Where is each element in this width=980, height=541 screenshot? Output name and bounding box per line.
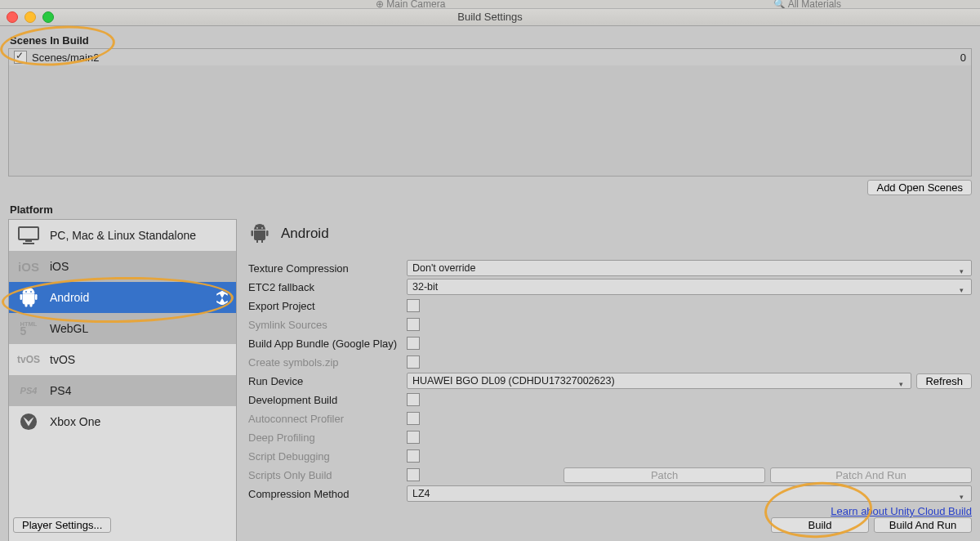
scene-checkbox[interactable] [14, 51, 27, 64]
platform-detail-header: Android [248, 219, 972, 260]
platform-label-text: WebGL [50, 322, 88, 335]
scene-row[interactable]: Scenes/main2 0 [9, 49, 971, 65]
svg-point-9 [261, 227, 263, 229]
development-build-label: Development Build [248, 394, 407, 406]
tvos-icon: tvOS [17, 348, 40, 371]
svg-rect-5 [20, 294, 23, 300]
scenes-list[interactable]: Scenes/main2 0 [8, 48, 972, 177]
texture-compression-label: Texture Compression [248, 262, 407, 275]
platform-xboxone[interactable]: Xbox One [9, 406, 236, 437]
etc2-fallback-label: ETC2 fallback [248, 281, 407, 293]
svg-rect-11 [266, 230, 269, 236]
texture-compression-select[interactable]: Don't override [407, 260, 972, 276]
patch-button: Patch [564, 467, 765, 483]
platform-detail-title: Android [281, 226, 329, 242]
symlink-sources-checkbox [407, 318, 420, 331]
unity-active-icon [215, 290, 229, 305]
platform-list: PC, Mac & Linux Standalone iOS iOS Andro… [8, 219, 237, 541]
window-close-icon[interactable] [7, 11, 18, 23]
platform-label-text: tvOS [50, 353, 75, 366]
run-device-select[interactable]: HUAWEI BGO DL09 (CDHDU17327002623) [407, 373, 911, 389]
scene-index: 0 [960, 51, 966, 64]
deep-profiling-checkbox [407, 431, 420, 444]
html5-icon: HTML5 [17, 317, 40, 340]
scripts-only-build-label: Scripts Only Build [248, 469, 407, 481]
platform-label-text: Android [50, 291, 89, 304]
build-app-bundle-checkbox[interactable] [407, 337, 420, 350]
create-symbols-label: Create symbols.zip [248, 356, 407, 369]
platform-label-text: PC, Mac & Linux Standalone [50, 229, 196, 242]
window-titlebar: Build Settings [0, 9, 980, 26]
add-open-scenes-button[interactable]: Add Open Scenes [867, 180, 972, 195]
autoconnect-profiler-label: Autoconnect Profiler [248, 413, 407, 425]
svg-point-3 [25, 291, 27, 293]
window-title: Build Settings [0, 9, 980, 25]
etc2-fallback-select[interactable]: 32-bit [407, 279, 972, 295]
chevron-down-icon [960, 264, 968, 272]
development-build-checkbox[interactable] [407, 393, 420, 406]
svg-rect-6 [35, 294, 38, 300]
run-device-label: Run Device [248, 375, 407, 387]
svg-rect-1 [25, 240, 32, 242]
build-app-bundle-label: Build App Bundle (Google Play) [248, 338, 407, 350]
platform-android[interactable]: Android [9, 282, 236, 313]
platform-label-text: PS4 [50, 384, 71, 397]
platform-label-text: Xbox One [50, 415, 100, 428]
build-button[interactable]: Build [771, 517, 869, 533]
window-zoom-icon[interactable] [42, 11, 54, 23]
platform-webgl[interactable]: HTML5 WebGL [9, 313, 236, 344]
chevron-down-icon [899, 377, 907, 385]
script-debugging-checkbox [407, 449, 420, 463]
remnant-main-camera: ⊕ Main Camera [376, 0, 445, 9]
android-icon [17, 286, 40, 309]
compression-method-select[interactable]: LZ4 [407, 485, 972, 502]
create-symbols-checkbox [407, 355, 420, 369]
compression-method-label: Compression Method [248, 488, 407, 500]
svg-point-8 [256, 227, 258, 229]
symlink-sources-label: Symlink Sources [248, 319, 407, 331]
scenes-in-build-label: Scenes In Build [8, 29, 972, 48]
cloud-build-link[interactable]: Learn about Unity Cloud Build [831, 505, 972, 517]
build-and-run-button[interactable]: Build And Run [874, 517, 972, 533]
script-debugging-label: Script Debugging [248, 450, 407, 463]
window-minimize-icon[interactable] [24, 11, 36, 23]
svg-rect-0 [19, 227, 38, 239]
scripts-only-build-checkbox [407, 468, 420, 481]
deep-profiling-label: Deep Profiling [248, 431, 407, 444]
platform-label-text: iOS [50, 260, 69, 273]
svg-rect-10 [252, 230, 254, 236]
chevron-down-icon [960, 490, 968, 498]
scene-name: Scenes/main2 [32, 51, 99, 64]
remnant-all-materials: 🔍 All Materials [773, 0, 841, 9]
autoconnect-profiler-checkbox [407, 412, 420, 425]
background-tab-remnant: ⊕ Main Camera 🔍 All Materials [0, 0, 980, 9]
platform-ios[interactable]: iOS iOS [9, 251, 236, 282]
ios-icon: iOS [17, 255, 40, 278]
export-project-label: Export Project [248, 300, 407, 312]
chevron-down-icon [960, 283, 968, 291]
export-project-checkbox[interactable] [407, 299, 420, 312]
platform-label: Platform [8, 199, 972, 217]
xbox-icon [17, 410, 40, 433]
refresh-button[interactable]: Refresh [916, 373, 972, 389]
svg-rect-2 [23, 243, 34, 244]
monitor-icon [17, 224, 40, 247]
patch-and-run-button: Patch And Run [770, 467, 972, 483]
ps4-icon: PS4 [17, 379, 40, 402]
svg-point-4 [30, 291, 32, 293]
player-settings-button[interactable]: Player Settings... [13, 517, 111, 533]
platform-tvos[interactable]: tvOS tvOS [9, 344, 236, 375]
platform-ps4[interactable]: PS4 PS4 [9, 375, 236, 406]
platform-standalone[interactable]: PC, Mac & Linux Standalone [9, 220, 236, 251]
android-icon [248, 222, 271, 245]
